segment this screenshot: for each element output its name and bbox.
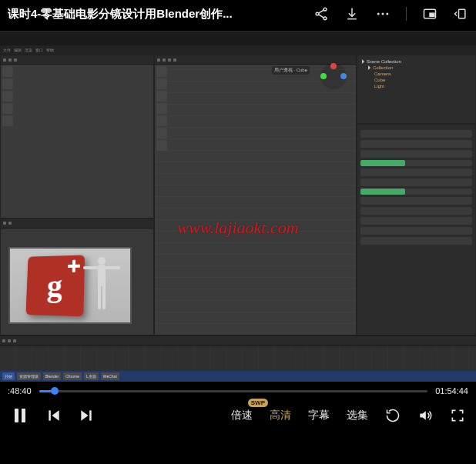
prop-field: [360, 169, 472, 176]
svg-point-7: [386, 13, 388, 15]
prop-slider: [360, 160, 472, 166]
speed-badge: SWP: [248, 399, 268, 407]
svg-line-3: [319, 10, 324, 13]
volume-icon[interactable]: [417, 408, 433, 423]
nav-gizmo: [320, 63, 347, 89]
prop-field: [360, 179, 472, 186]
right-column: Scene Collection Collection Camera Cube …: [357, 55, 476, 335]
prop-field: [360, 207, 472, 215]
prop-field: [360, 217, 472, 225]
svg-line-4: [319, 15, 324, 18]
taskbar-item: Blender: [43, 372, 61, 380]
svg-rect-13: [49, 410, 51, 420]
viewport-info: 用户透视 · Cube: [272, 66, 310, 75]
speed-button[interactable]: 倍速 SWP: [231, 409, 253, 422]
gplus-logo-tile: g: [25, 255, 85, 316]
controls-left: [11, 406, 94, 425]
header-divider: [406, 7, 407, 21]
svg-point-5: [377, 13, 380, 15]
menubar-item: 编辑: [14, 48, 22, 52]
viewport-b: g: [0, 219, 154, 335]
share-icon[interactable]: [313, 6, 329, 22]
prop-field: [360, 197, 472, 205]
viewport-a-header: [1, 55, 153, 65]
character-mannequin: [88, 255, 116, 315]
more-icon[interactable]: [375, 6, 391, 22]
loop-icon[interactable]: [385, 408, 401, 423]
toolbar-main: [156, 66, 167, 151]
prop-field: [360, 237, 472, 245]
time-duration: 01:54:44: [435, 386, 468, 396]
pause-icon[interactable]: [11, 406, 29, 425]
viewport-a: [0, 55, 154, 219]
viewport-main: 用户透视 · Cube: [154, 55, 357, 335]
subtitle-button[interactable]: 字幕: [308, 409, 330, 422]
blender-main: g: [0, 55, 476, 335]
svg-point-1: [316, 12, 319, 15]
svg-point-6: [382, 13, 384, 15]
outliner-item: Collection: [373, 65, 393, 70]
svg-point-0: [323, 8, 327, 11]
left-column: g: [0, 55, 154, 335]
os-taskbar: 开始 资源管理器 Blender Chrome L桌面 WeChat: [0, 371, 476, 382]
properties-panel: [357, 124, 476, 335]
svg-rect-10: [459, 9, 465, 18]
prop-field: [360, 140, 472, 148]
svg-rect-9: [430, 13, 434, 16]
blender-timeline: [0, 335, 476, 371]
taskbar-item: WeChat: [101, 372, 119, 380]
episode-button[interactable]: 选集: [347, 409, 368, 422]
collapse-icon[interactable]: [453, 6, 468, 22]
menubar-item: 渲染: [25, 48, 32, 52]
preview-card: g: [8, 247, 132, 324]
pip-icon[interactable]: [422, 6, 437, 22]
taskbar-item: 开始: [2, 372, 15, 380]
svg-rect-14: [89, 410, 92, 420]
controls-row: 倍速 SWP 高清 字幕 选集: [0, 396, 476, 432]
progress-row: :48:40 01:54:44: [0, 382, 476, 396]
gplus-g-icon: g: [46, 269, 62, 302]
svg-point-2: [323, 17, 327, 20]
menubar-item: 文件: [3, 48, 11, 52]
prop-slider: [360, 189, 472, 195]
controls-right: 倍速 SWP 高清 字幕 选集: [231, 408, 465, 423]
progress-bar[interactable]: [39, 390, 428, 392]
speed-label: 倍速: [231, 409, 253, 421]
outliner-item: Cube: [374, 78, 385, 82]
timeline-scrub: [0, 347, 476, 371]
prop-field: [360, 150, 472, 158]
progress-thumb[interactable]: [51, 387, 59, 395]
timeline-header: [0, 336, 476, 345]
taskbar-item: 资源管理器: [17, 372, 41, 380]
taskbar-item: Chrome: [63, 372, 82, 380]
taskbar-item: L桌面: [84, 372, 99, 380]
video-title: 课时4-零基础电影分镜设计用Blender创作...: [8, 7, 233, 22]
video-viewport[interactable]: 文件 编辑 渲染 窗口 帮助: [0, 32, 476, 382]
svg-rect-11: [15, 409, 18, 422]
outliner-item: Camera: [374, 72, 391, 76]
prop-field: [360, 227, 472, 235]
svg-rect-12: [22, 409, 25, 422]
menubar-item: 窗口: [35, 48, 43, 52]
viewport-main-header: [155, 55, 356, 65]
time-elapsed: :48:40: [8, 386, 32, 396]
header-actions: [313, 6, 468, 22]
blender-app: 文件 编辑 渲染 窗口 帮助: [0, 45, 476, 382]
prev-track-icon[interactable]: [46, 408, 62, 423]
download-icon[interactable]: [344, 6, 360, 22]
gplus-plus-icon: [68, 260, 80, 272]
outliner-item: Scene Collection: [367, 59, 401, 64]
next-track-icon[interactable]: [79, 408, 94, 423]
toolbar-a: [2, 66, 13, 126]
fullscreen-icon[interactable]: [450, 408, 465, 423]
prop-field: [360, 130, 472, 138]
quality-button[interactable]: 高清: [270, 409, 291, 422]
viewport-b-header: [1, 219, 153, 229]
outliner-item: Light: [374, 84, 384, 88]
player-header: 课时4-零基础电影分镜设计用Blender创作...: [0, 0, 476, 32]
blender-menubar: 文件 编辑 渲染 窗口 帮助: [0, 45, 476, 55]
menubar-item: 帮助: [46, 48, 54, 52]
outliner-panel: Scene Collection Collection Camera Cube …: [357, 55, 476, 124]
